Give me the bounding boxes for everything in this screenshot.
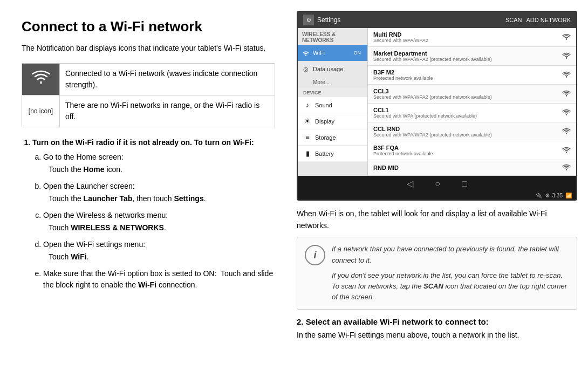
wifi-signal-icon	[562, 146, 571, 155]
network-name: RND MID	[373, 164, 399, 171]
network-name: CCL RND	[373, 126, 492, 132]
network-item[interactable]: B3F FQA Protected network available	[368, 141, 576, 160]
storage-icon: ≡	[303, 133, 312, 141]
wifi-sidebar-icon	[302, 49, 310, 57]
wifi-signal-icon	[562, 52, 571, 60]
steps-list: Turn on the Wi-Fi radio if it is not alr…	[22, 137, 275, 291]
settings-label: Settings	[317, 16, 340, 24]
intro-text: The Notification bar displays icons that…	[22, 43, 275, 54]
signal-icon: 📶	[565, 193, 572, 198]
network-name: B3F M2	[373, 69, 433, 76]
battery-sidebar-item[interactable]: ▮ Battery	[298, 146, 367, 162]
table-row: Connected to a Wi-Fi network (waves indi…	[22, 63, 275, 95]
sound-sidebar-item[interactable]: ♪ Sound	[298, 97, 367, 113]
network-item[interactable]: RND MID	[368, 160, 576, 176]
info-text-content: If a network that you have connected to …	[332, 244, 569, 303]
sub-step-c: Open the Wireless & networks menu: Touch…	[43, 210, 275, 234]
sub-step-a-detail: Touch the Home icon.	[43, 164, 275, 175]
sub-step-b-detail: Touch the Launcher Tab, then touch Setti…	[43, 193, 275, 204]
header-left: ⚙ Settings	[303, 15, 340, 25]
recents-button[interactable]: □	[462, 179, 467, 189]
android-header: ⚙ Settings SCAN ADD NETWORK	[298, 12, 576, 28]
wireless-section-header: WIRELESS & NETWORKS	[298, 28, 367, 45]
add-network-button[interactable]: ADD NETWORK	[527, 17, 571, 23]
battery-icon: ▮	[303, 149, 312, 157]
usb-icon: 🔌	[536, 193, 542, 198]
sub-step-c-detail: Touch WIRELESS & NETWORKS.	[43, 222, 275, 234]
sound-icon: ♪	[303, 101, 312, 109]
storage-label: Storage	[315, 134, 336, 141]
network-security: Secured with WPA (protected network avai…	[373, 113, 477, 119]
sub-step-d: Open the Wi-Fi settings menu: Touch WiFi…	[43, 239, 275, 263]
network-item[interactable]: CCL3 Secured with WPA/WPA2 (protected ne…	[368, 85, 576, 104]
network-item[interactable]: Market Department Secured with WPA/WPA2 …	[368, 47, 576, 66]
display-sidebar-item[interactable]: ☀ Display	[298, 113, 367, 129]
wifi-connected-icon	[31, 70, 51, 85]
wifi-signal-icon	[562, 108, 571, 117]
step-1-label: Turn on the Wi-Fi radio if it is not alr…	[32, 138, 254, 147]
wifi-toggle[interactable]: ON	[352, 50, 364, 56]
step-1: Turn on the Wi-Fi radio if it is not alr…	[32, 137, 275, 291]
wifi-status-table: Connected to a Wi-Fi network (waves indi…	[22, 63, 275, 127]
more-label[interactable]: More...	[298, 77, 367, 87]
settings-sidebar: WIRELESS & NETWORKS WiFi ON	[298, 28, 368, 176]
network-security: Secured with WPA/WPA2 (protected network…	[373, 132, 492, 138]
android-navbar: ◁ ○ □	[298, 176, 576, 191]
info-icon: i	[305, 245, 325, 265]
step2-heading: 2. Select an available Wi-Fi network to …	[297, 317, 577, 326]
wifi-signal-icon	[562, 33, 571, 42]
device-section-header: DEVICE	[298, 87, 367, 97]
wifi-signal-icon	[562, 163, 571, 172]
home-button[interactable]: ○	[435, 179, 440, 189]
data-usage-sidebar-item[interactable]: ◎ Data usage	[298, 61, 367, 77]
network-item[interactable]: CCL RND Secured with WPA/WPA2 (protected…	[368, 122, 576, 141]
sub-steps-list: Go to the Home screen: Touch the Home ic…	[32, 152, 275, 291]
wifi-connected-desc: Connected to a Wi-Fi network (waves indi…	[60, 63, 275, 95]
sub-step-d-detail: Touch WiFi.	[43, 251, 275, 263]
settings-content: Multi RND Secured with WPA/WPA2 Market D…	[368, 28, 576, 176]
android-screenshot: ⚙ Settings SCAN ADD NETWORK WIRELESS & N…	[297, 11, 577, 201]
right-column: ⚙ Settings SCAN ADD NETWORK WIRELESS & N…	[291, 0, 588, 384]
header-right: SCAN ADD NETWORK	[505, 17, 571, 23]
clock: 3:35	[552, 193, 563, 198]
android-statusbar: 🔌 ⚙ 3:35 📶	[298, 191, 576, 200]
display-label: Display	[315, 118, 334, 125]
network-name: Market Department	[373, 50, 492, 57]
sub-step-b: Open the Launcher screen: Touch the Laun…	[43, 181, 275, 204]
data-usage-icon: ◎	[302, 65, 310, 73]
storage-sidebar-item[interactable]: ≡ Storage	[298, 129, 367, 146]
network-name: CCL3	[373, 88, 492, 94]
scan-button[interactable]: SCAN	[505, 17, 522, 23]
network-name: CCL1	[373, 107, 477, 113]
network-name: Multi RND	[373, 31, 428, 38]
android-body: WIRELESS & NETWORKS WiFi ON	[298, 28, 576, 176]
network-security: Secured with WPA/WPA2	[373, 38, 428, 43]
sub-step-e: Make sure that the Wi-Fi option box is s…	[43, 268, 275, 291]
wifi-signal-icon	[562, 71, 571, 79]
page-title: Connect to a Wi-Fi network	[22, 16, 275, 37]
no-icon-label: [no icon]	[22, 95, 60, 127]
battery-label: Battery	[315, 150, 334, 157]
no-icon-desc: There are no Wi-Fi networks in range, or…	[60, 95, 275, 127]
data-usage-label: Data usage	[313, 66, 343, 72]
wifi-toggle-on: ON	[352, 50, 364, 56]
wifi-icon-cell	[22, 63, 60, 95]
sub-step-a: Go to the Home screen: Touch the Home ic…	[43, 152, 275, 175]
network-security: Protected network available	[373, 76, 433, 81]
wifi-signal-icon	[562, 127, 571, 136]
back-button[interactable]: ◁	[407, 179, 413, 189]
network-name: B3F FQA	[373, 145, 433, 151]
network-item[interactable]: Multi RND Secured with WPA/WPA2	[368, 28, 576, 47]
wifi-on-text: When Wi-Fi is on, the tablet will look f…	[297, 208, 577, 231]
network-item[interactable]: B3F M2 Protected network available	[368, 66, 576, 85]
wifi-label: WiFi	[313, 50, 325, 56]
network-security: Secured with WPA/WPA2 (protected network…	[373, 94, 492, 100]
left-column: Connect to a Wi-Fi network The Notificat…	[0, 0, 291, 384]
settings-status-icon: ⚙	[545, 193, 550, 198]
table-row: [no icon] There are no Wi-Fi networks in…	[22, 95, 275, 127]
wifi-sidebar-item[interactable]: WiFi ON	[298, 45, 367, 61]
info-text-1: If a network that you have connected to …	[332, 244, 569, 265]
network-item[interactable]: CCL1 Secured with WPA (protected network…	[368, 104, 576, 122]
wifi-icon-small	[302, 50, 310, 56]
network-list: Multi RND Secured with WPA/WPA2 Market D…	[368, 28, 576, 176]
